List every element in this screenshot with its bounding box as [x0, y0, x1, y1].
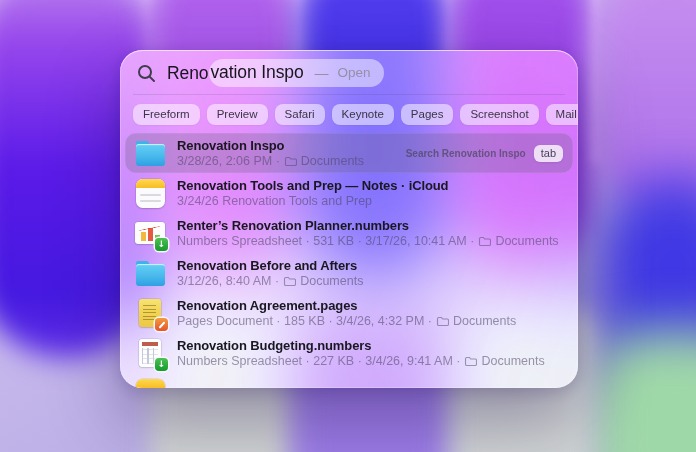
- result-texts: Renovation Before and Afters 3/12/26, 8:…: [177, 258, 363, 289]
- edit-badge-icon: [155, 318, 168, 331]
- documents-folder-icon: [478, 236, 491, 247]
- result-title: Renovation Agreement.pages: [177, 298, 516, 314]
- tab-key-badge: tab: [534, 145, 563, 162]
- result-accessory: Search Renovation Inspo tab: [406, 145, 563, 162]
- result-meta: 3/28/26, 2:06 PM · Documents: [177, 154, 364, 169]
- result-row-renovation-before-and-afters[interactable]: Renovation Before and Afters 3/12/26, 8:…: [125, 253, 573, 293]
- filter-chip-pages[interactable]: Pages: [401, 104, 454, 125]
- result-meta: Numbers Spreadsheet · 227 KB · 3/4/26, 9…: [177, 354, 545, 369]
- filter-chip-safari[interactable]: Safari: [275, 104, 325, 125]
- documents-folder-icon: [284, 156, 297, 167]
- result-meta: 3/24/26 Renovation Tools and Prep: [177, 194, 448, 209]
- documents-folder-icon: [464, 356, 477, 367]
- filter-chip-keynote[interactable]: Keynote: [332, 104, 394, 125]
- search-icon: [137, 64, 156, 83]
- notes-app-icon: [134, 177, 166, 209]
- result-meta: Pages Document · 185 KB · 3/4/26, 4:32 P…: [177, 314, 516, 329]
- search-typed-text: Reno: [167, 63, 208, 84]
- filter-chip-bar: Freeform Preview Safari Keynote Pages Sc…: [120, 95, 578, 131]
- filter-chip-screenshot[interactable]: Screenshot: [460, 104, 538, 125]
- search-completion-text: vation Inspo: [210, 62, 303, 83]
- filter-chip-mail[interactable]: Mail: [546, 104, 578, 125]
- result-meta: Numbers Spreadsheet · 531 KB · 3/17/26, …: [177, 234, 559, 249]
- wallpaper-gap: [589, 0, 600, 163]
- result-row-renovation-measurements[interactable]: Renovation Measurements — Notes · iCloud: [125, 373, 573, 388]
- documents-folder-icon: [436, 316, 449, 327]
- search-field[interactable]: Renovation Inspo—Open: [120, 50, 578, 94]
- result-title: Renovation Budgeting.numbers: [177, 338, 545, 354]
- result-texts: Renovation Measurements — Notes · iCloud: [177, 385, 447, 388]
- search-shortcut-label: Search Renovation Inspo: [406, 148, 526, 159]
- wallpaper-blob: [598, 178, 696, 408]
- result-texts: Renovation Budgeting.numbers Numbers Spr…: [177, 338, 545, 369]
- result-title: Renter’s Renovation Planner.numbers: [177, 218, 559, 234]
- result-texts: Renter’s Renovation Planner.numbers Numb…: [177, 218, 559, 249]
- result-title: Renovation Tools and Prep — Notes · iClo…: [177, 178, 448, 194]
- numbers-spreadsheet-icon: ↓: [134, 337, 166, 369]
- result-texts: Renovation Tools and Prep — Notes · iClo…: [177, 178, 448, 209]
- filter-chip-preview[interactable]: Preview: [207, 104, 268, 125]
- download-badge-icon: ↓: [155, 358, 168, 371]
- search-completion-pill: vation Inspo—Open: [209, 59, 383, 87]
- result-row-renovation-inspo[interactable]: Renovation Inspo 3/28/26, 2:06 PM · Docu…: [125, 133, 573, 173]
- blue-folder-icon: [134, 257, 166, 289]
- numbers-spreadsheet-icon: ↓: [134, 217, 166, 249]
- wallpaper-blob: [586, 330, 696, 452]
- pages-document-icon: [134, 297, 166, 329]
- search-open-hint: Open: [338, 65, 371, 80]
- result-title: Renovation Measurements — Notes · iCloud: [177, 385, 447, 388]
- result-texts: Renovation Agreement.pages Pages Documen…: [177, 298, 516, 329]
- result-texts: Renovation Inspo 3/28/26, 2:06 PM · Docu…: [177, 138, 364, 169]
- blue-folder-icon: [134, 137, 166, 169]
- result-row-renovation-agreement[interactable]: Renovation Agreement.pages Pages Documen…: [125, 293, 573, 333]
- notes-app-icon: [134, 377, 166, 388]
- download-badge-icon: ↓: [155, 238, 168, 251]
- result-meta: 3/12/26, 8:40 AM · Documents: [177, 274, 363, 289]
- desktop-wallpaper: Renovation Inspo—Open Freeform Preview S…: [0, 0, 696, 452]
- search-query: Renovation Inspo—Open: [167, 59, 384, 87]
- documents-folder-icon: [283, 276, 296, 287]
- result-title: Renovation Inspo: [177, 138, 364, 154]
- result-row-renovation-budgeting[interactable]: ↓ Renovation Budgeting.numbers Numbers S…: [125, 333, 573, 373]
- spotlight-panel: Renovation Inspo—Open Freeform Preview S…: [120, 50, 578, 388]
- search-results-list: Renovation Inspo 3/28/26, 2:06 PM · Docu…: [120, 131, 578, 388]
- result-title: Renovation Before and Afters: [177, 258, 363, 274]
- search-hint-separator: —: [315, 65, 329, 81]
- result-row-renters-renovation-planner[interactable]: ↓ Renter’s Renovation Planner.numbers Nu…: [125, 213, 573, 253]
- filter-chip-freeform[interactable]: Freeform: [133, 104, 200, 125]
- result-row-renovation-tools-and-prep[interactable]: Renovation Tools and Prep — Notes · iClo…: [125, 173, 573, 213]
- wallpaper-capsule: [595, 0, 696, 220]
